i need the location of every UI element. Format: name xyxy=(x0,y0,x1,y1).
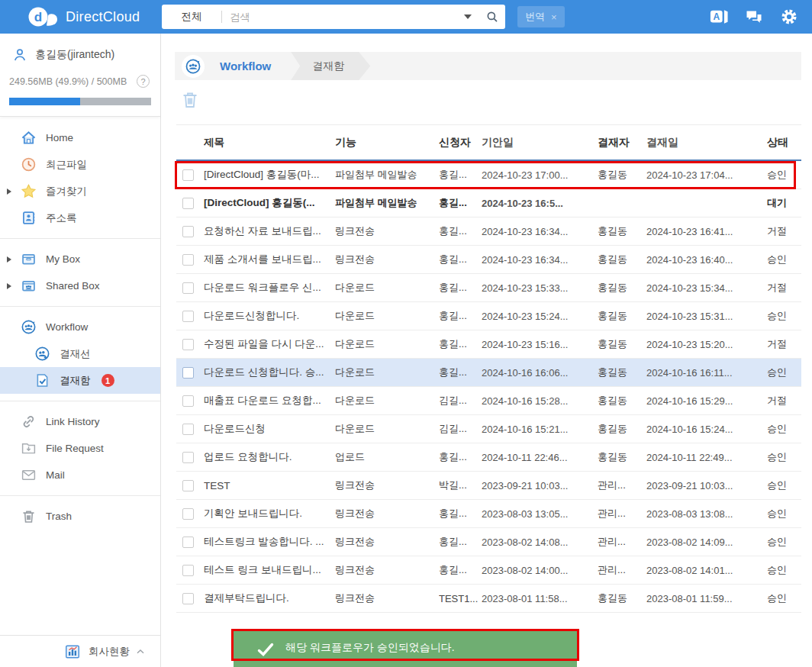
nav-divider xyxy=(0,306,160,307)
chevron-up-icon[interactable] xyxy=(134,646,147,658)
sidebar-item-label: Home xyxy=(46,132,73,143)
close-icon[interactable]: × xyxy=(551,11,557,23)
table-row[interactable]: 매출표 다운로드 요청합...다운로드김길...2024-10-16 15:28… xyxy=(176,387,801,415)
row-checkbox[interactable] xyxy=(182,508,194,520)
cell-status: 승인 xyxy=(767,563,801,577)
row-checkbox[interactable] xyxy=(182,565,194,576)
cell-function: 파일첨부 메일발송 xyxy=(335,196,439,210)
row-checkbox[interactable] xyxy=(182,198,194,209)
expand-arrow-icon[interactable] xyxy=(7,283,11,289)
breadcrumb-root[interactable]: Workflow xyxy=(220,60,271,72)
cell-status: 승인 xyxy=(767,168,801,182)
success-toast: 해당 워크플로우가 승인되었습니다. xyxy=(234,631,577,667)
row-checkbox[interactable] xyxy=(182,226,194,237)
table-row[interactable]: 테스트링크 발송합니다. ...링크전송홍길...2023-08-02 14:0… xyxy=(176,528,801,556)
sidebar-item-즐겨찾기[interactable]: 즐겨찾기 xyxy=(0,178,160,205)
cell-applicant: 홍길... xyxy=(439,337,482,351)
sidebar-item-trash[interactable]: Trash xyxy=(0,503,160,530)
translator-app-button[interactable]: A xyxy=(710,8,728,26)
table-row[interactable]: 테스트 링크 보내드립니...링크전송홍길...2023-08-02 14:00… xyxy=(176,556,801,585)
cell-title: 다운로드신청합니다. xyxy=(204,309,335,323)
row-checkbox[interactable] xyxy=(182,395,194,407)
row-checkbox[interactable] xyxy=(182,169,194,181)
cell-title: 다운로드신청 xyxy=(204,422,335,436)
table-row[interactable]: 수정된 파일을 다시 다운...다운로드홍길...2024-10-23 15:1… xyxy=(176,330,801,359)
sidebar-item-home[interactable]: Home xyxy=(0,124,160,151)
cell-draft-date: 2024-10-16 15:21... xyxy=(482,424,598,435)
file-request-icon xyxy=(21,440,37,456)
column-header: 제목 xyxy=(204,136,335,150)
cell-approval-date: 2024-10-16 16:11... xyxy=(646,367,767,379)
table-row[interactable]: 제품 소개서를 보내드립...링크전송홍길...2024-10-23 16:34… xyxy=(176,246,801,274)
help-icon[interactable]: ? xyxy=(137,75,150,88)
messenger-button[interactable] xyxy=(745,8,763,26)
cell-function: 링크전송 xyxy=(335,507,439,520)
row-checkbox[interactable] xyxy=(182,480,194,491)
table-row[interactable]: 업로드 요청합니다.업로드홍길...2024-10-11 22:46...홍길동… xyxy=(176,443,801,472)
table-row[interactable]: 다운로드 신청합니다. 승...다운로드홍길...2024-10-16 16:0… xyxy=(176,359,801,387)
row-checkbox[interactable] xyxy=(182,452,194,463)
cell-applicant: 홍길... xyxy=(439,196,482,210)
table-row[interactable]: 결제부탁드립니다.링크전송TEST1...2023-08-01 11:58...… xyxy=(176,585,801,613)
nav-divider xyxy=(0,238,160,239)
search-button[interactable] xyxy=(479,5,505,29)
delete-button[interactable] xyxy=(181,90,199,110)
cell-draft-date: 2024-10-11 22:46... xyxy=(482,452,598,463)
chevron-down-icon[interactable] xyxy=(464,14,472,19)
cell-status: 거절 xyxy=(767,281,801,295)
cell-draft-date: 2024-10-23 16:34... xyxy=(482,226,598,237)
row-checkbox[interactable] xyxy=(182,339,194,350)
cell-function: 링크전송 xyxy=(335,563,439,577)
table-row[interactable]: 다운로드신청다운로드김길...2024-10-16 15:21...홍길동202… xyxy=(176,415,801,443)
column-header: 신청자 xyxy=(439,136,482,150)
table-row[interactable]: 기획안 보내드립니다.링크전송홍길...2023-08-03 13:05...관… xyxy=(176,500,801,528)
row-checkbox[interactable] xyxy=(182,593,194,604)
user-name[interactable]: 홍길동(jirantech) xyxy=(35,48,114,62)
sidebar-item-workflow[interactable]: Workflow xyxy=(0,314,160,340)
star-icon xyxy=(21,183,37,199)
table-row[interactable]: [DirectCloud] 홍길동(마...파일첨부 메일발송홍길...2024… xyxy=(176,161,801,189)
table-row[interactable]: 요청하신 자료 보내드립...링크전송홍길...2024-10-23 16:34… xyxy=(176,218,801,246)
sidebar-item-file-request[interactable]: File Request xyxy=(0,435,160,462)
cell-status: 승인 xyxy=(767,366,801,379)
settings-button[interactable] xyxy=(780,8,798,26)
expand-arrow-icon[interactable] xyxy=(7,256,11,263)
sidebar-item-최근파일[interactable]: 최근파일 xyxy=(0,151,160,178)
search-icon xyxy=(485,10,499,24)
sidebar-item-link-history[interactable]: Link History xyxy=(0,408,160,435)
row-checkbox[interactable] xyxy=(182,311,194,322)
sidebar-item-mail[interactable]: Mail xyxy=(0,462,160,488)
expand-arrow-icon[interactable] xyxy=(7,188,11,195)
table-row[interactable]: 다운로드신청합니다.다운로드홍길...2024-10-23 15:24...홍길… xyxy=(176,302,801,330)
breadcrumb-current[interactable]: 결재함 xyxy=(291,52,370,80)
cell-approval-date: 2024-10-11 22:49... xyxy=(646,452,767,463)
row-checkbox[interactable] xyxy=(182,282,194,294)
translate-tab[interactable]: 번역 × xyxy=(517,6,565,27)
sidebar-item-주소록[interactable]: 주소록 xyxy=(0,205,160,231)
cell-draft-date: 2023-08-02 14:08... xyxy=(482,536,598,548)
table-row[interactable]: TEST링크전송박길...2023-09-21 10:03...관리...202… xyxy=(176,472,801,500)
search-input[interactable] xyxy=(222,11,461,23)
row-checkbox[interactable] xyxy=(182,424,194,435)
directcloud-logo[interactable]: d DirectCloud xyxy=(27,6,140,27)
row-checkbox[interactable] xyxy=(182,254,194,266)
cell-approver: 홍길동 xyxy=(598,450,646,464)
sidebar-item-결재선[interactable]: 결재선 xyxy=(0,340,160,367)
cell-function: 다운로드 xyxy=(335,309,439,323)
cell-draft-date: 2023-08-03 13:05... xyxy=(482,508,598,520)
row-checkbox[interactable] xyxy=(182,536,194,548)
sidebar-item-my-box[interactable]: My Box xyxy=(0,246,160,272)
sidebar-item-결재함[interactable]: 결재함1 xyxy=(0,367,160,394)
sidebar-item-shared-box[interactable]: Shared Box xyxy=(0,272,160,299)
sidebar-item-label: 결재선 xyxy=(60,347,91,361)
row-checkbox[interactable] xyxy=(182,367,194,379)
search-scope-select[interactable]: 전체 xyxy=(162,10,221,24)
table-row[interactable]: [DirectCloud] 홍길동(...파일첨부 메일발송홍길...2024-… xyxy=(176,189,801,218)
breadcrumb: Workflow 결재함 xyxy=(175,52,801,80)
company-status-bar[interactable]: 회사현황 xyxy=(0,635,160,667)
trash-icon xyxy=(21,508,37,524)
cell-approval-date: 2024-10-23 15:34... xyxy=(646,282,767,294)
table-row[interactable]: 다운로드 워크플로우 신...다운로드홍길...2024-10-23 15:33… xyxy=(176,274,801,302)
sidebar-item-label: Workflow xyxy=(46,321,88,333)
cell-status: 승인 xyxy=(767,507,801,520)
